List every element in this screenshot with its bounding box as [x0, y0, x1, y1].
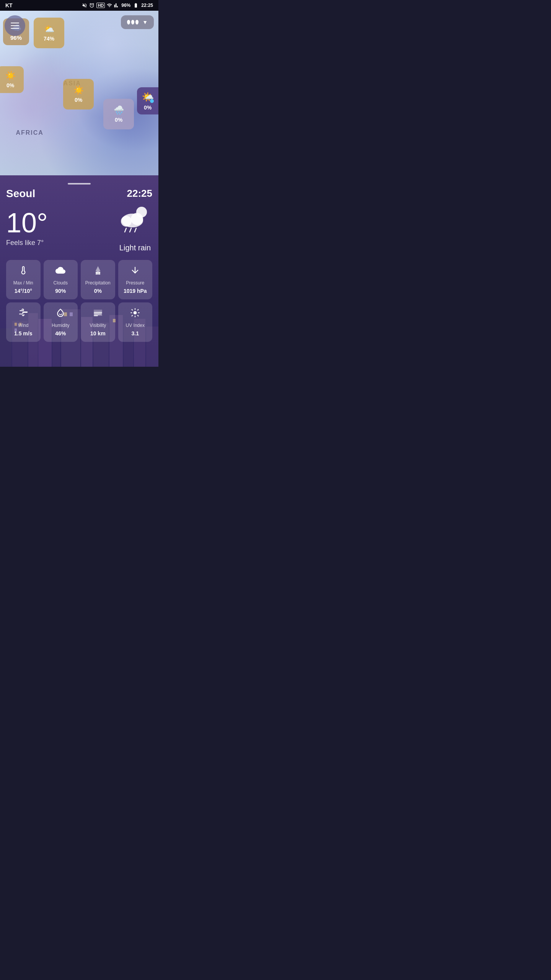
- carrier-label: KT: [5, 2, 13, 8]
- wind-label: Wind: [18, 323, 28, 328]
- svg-point-25: [96, 272, 97, 273]
- battery-percent: 96%: [121, 3, 130, 8]
- condition-text: Light rain: [119, 243, 151, 252]
- maxmin-value: 14°/10°: [15, 288, 32, 294]
- status-bar: KT HD 96% 22:25: [0, 0, 158, 11]
- svg-point-34: [134, 311, 137, 315]
- menu-line-3: [11, 28, 19, 29]
- pressure-icon: [130, 265, 140, 278]
- weather-time: 22:25: [127, 188, 153, 199]
- uv-label: UV Index: [126, 323, 145, 328]
- weather-content: Seoul 22:25 10° Feels like 7°: [0, 175, 158, 350]
- weather-main: 10° Feels like 7°: [6, 204, 152, 252]
- status-icons: HD 96% 22:25: [82, 3, 153, 8]
- svg-point-28: [96, 273, 97, 274]
- weather-tile-sunny-left[interactable]: ☀️ 0%: [0, 66, 24, 93]
- humidity-label: Humidity: [52, 323, 70, 328]
- stat-card-clouds[interactable]: Clouds 90%: [44, 260, 78, 299]
- svg-point-21: [131, 213, 143, 225]
- scroll-handle: [68, 183, 91, 185]
- svg-rect-32: [94, 314, 99, 314]
- stat-card-wind[interactable]: Wind 1.5 m/s: [6, 302, 41, 342]
- drop-1: [127, 20, 130, 24]
- svg-line-23: [130, 228, 131, 232]
- weather-header: Seoul 22:25: [6, 188, 152, 200]
- thermometer-icon: [18, 265, 28, 278]
- wifi-icon: [107, 3, 112, 8]
- stat-card-maxmin[interactable]: Max / Min 14°/10°: [6, 260, 41, 299]
- precipitation-icon: [93, 265, 103, 278]
- stat-card-visibility[interactable]: Visibility 10 km: [81, 302, 115, 342]
- rain-icon: [127, 20, 139, 24]
- svg-rect-31: [94, 312, 102, 313]
- weather-panel: Seoul 22:25 10° Feels like 7°: [0, 175, 158, 367]
- layer-button[interactable]: ▼: [121, 15, 154, 29]
- time-display: 22:25: [141, 3, 153, 8]
- battery-icon: [132, 3, 139, 8]
- active-tile-value: 0%: [144, 105, 152, 111]
- partly-cloud-icon: ⛅: [44, 24, 54, 34]
- panel-handle: [6, 180, 152, 188]
- drop-2: [131, 20, 134, 24]
- mute-icon: [82, 3, 87, 8]
- uv-icon: [130, 308, 140, 320]
- temperature-display: 10°: [6, 209, 48, 237]
- visibility-label: Visibility: [90, 323, 106, 328]
- humidity-value: 46%: [55, 330, 66, 336]
- tile-value: 0%: [7, 82, 14, 88]
- map-label-africa: AFRICA: [16, 129, 43, 136]
- menu-button[interactable]: [5, 15, 25, 36]
- menu-line-2: [11, 25, 19, 26]
- clouds-value: 90%: [55, 288, 66, 294]
- sun-icon-left: ☀️: [5, 71, 16, 81]
- chevron-down-icon: ▼: [142, 19, 148, 25]
- active-indicator-dot: [150, 99, 154, 103]
- weather-tile-sunny-center[interactable]: ☀️ 0%: [63, 79, 94, 109]
- svg-point-20: [121, 216, 132, 227]
- sun-icon-center: ☀️: [73, 85, 84, 95]
- stat-card-uv[interactable]: UV Index 3.1: [118, 302, 153, 342]
- uv-value: 3.1: [132, 330, 139, 336]
- active-weather-tile[interactable]: 🌤️ 0%: [137, 87, 158, 114]
- clouds-icon: [55, 265, 65, 278]
- map-area: ASIA AFRICA ▼ ☁️ 96% ⛅ 74% ☀️ 0% ☀️ 0%: [0, 11, 158, 175]
- drop-3: [135, 20, 139, 24]
- precipitation-value: 0%: [94, 288, 102, 294]
- tile-value: 0%: [75, 97, 82, 103]
- rain-cloud-icon: 🌧️: [114, 105, 124, 115]
- alarm-icon: [89, 3, 95, 8]
- stat-card-humidity[interactable]: Humidity 46%: [44, 302, 78, 342]
- maxmin-label: Max / Min: [13, 280, 33, 286]
- svg-rect-33: [94, 315, 98, 316]
- active-tile-icon-wrap: 🌤️: [142, 91, 154, 103]
- hd-badge: HD: [96, 3, 105, 8]
- visibility-icon: [93, 308, 103, 320]
- svg-point-29: [97, 273, 98, 274]
- wind-value: 1.5 m/s: [14, 330, 32, 336]
- svg-point-30: [99, 273, 100, 274]
- condition-section: Light rain: [118, 204, 152, 252]
- svg-line-24: [135, 228, 136, 232]
- signal-icon: [114, 3, 119, 8]
- city-name: Seoul: [6, 188, 35, 200]
- svg-line-22: [125, 228, 126, 232]
- condition-icon: [118, 204, 152, 240]
- stat-card-precipitation[interactable]: Precipitation 0%: [81, 260, 115, 299]
- visibility-value: 10 km: [90, 330, 106, 336]
- wind-icon: [18, 308, 28, 320]
- weather-tile-partcloud-74[interactable]: ⛅ 74%: [34, 18, 64, 48]
- weather-tile-rain-0[interactable]: 🌧️ 0%: [103, 99, 134, 129]
- humidity-icon: [55, 308, 65, 320]
- svg-point-27: [99, 272, 100, 273]
- tile-value: 0%: [115, 117, 122, 123]
- feels-like: Feels like 7°: [6, 239, 48, 247]
- clouds-label: Clouds: [54, 280, 68, 286]
- svg-point-26: [97, 272, 98, 273]
- stat-card-pressure[interactable]: Pressure 1019 hPa: [118, 260, 153, 299]
- menu-line-1: [11, 23, 19, 23]
- stats-grid: Max / Min 14°/10° Clouds 90%: [6, 260, 152, 342]
- temperature-section: 10° Feels like 7°: [6, 209, 48, 247]
- pressure-label: Pressure: [126, 280, 144, 286]
- precipitation-label: Precipitation: [85, 280, 111, 286]
- tile-value: 74%: [44, 36, 54, 42]
